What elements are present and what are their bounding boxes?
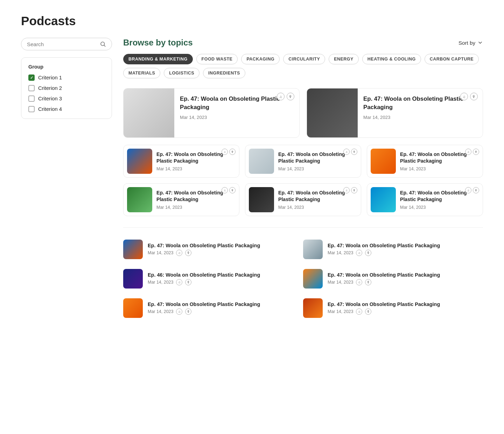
- topic-chip-food-waste[interactable]: FOOD WASTE: [196, 54, 238, 64]
- filter-criterion-3[interactable]: Criterion 3: [28, 95, 105, 102]
- spotify-icon: ♫: [343, 187, 350, 193]
- spotify-icon: ♫: [222, 149, 228, 155]
- search-icon: [100, 41, 106, 47]
- criterion-4-label: Criterion 4: [38, 106, 62, 112]
- filter-criterion-4[interactable]: Criterion 4: [28, 106, 105, 112]
- list-item-3[interactable]: Ep. 47: Woola on Obsoleting Plastic Pack…: [303, 264, 483, 293]
- list-grid: Ep. 47: Woola on Obsoleting Plastic Pack…: [123, 235, 483, 323]
- spotify-icon: ♫: [277, 93, 285, 100]
- list-item-meta-2: Mar 14, 2023 ♫ 🎙: [148, 279, 303, 285]
- checkbox-criterion-2[interactable]: [28, 85, 35, 91]
- large-cards-row: ♫ 🎙 Ep. 47: Woola on Obsoleting Plastic …: [123, 88, 483, 138]
- podcast-icon: 🎙: [351, 187, 357, 193]
- large-card-date-1: Mar 14, 2023: [363, 115, 477, 120]
- sidebar: Group Criterion 1 Criterion 2 Criterion …: [21, 38, 112, 323]
- topic-chip-branding[interactable]: BRANDING & MARKETING: [123, 54, 193, 64]
- list-item-2[interactable]: Ep. 46: Woola on Obsoleting Plastic Pack…: [123, 264, 303, 293]
- list-item-img-0: [123, 240, 143, 259]
- topic-chip-heating[interactable]: HEATING & COOLING: [362, 54, 421, 64]
- list-item-meta-1: Mar 14, 2023 ♫ 🎙: [328, 250, 483, 256]
- list-item-title-1: Ep. 47: Woola on Obsoleting Plastic Pack…: [328, 243, 483, 248]
- medium-card-img-r1-2: [371, 149, 396, 174]
- medium-card-body-r2-1: ♫ 🎙 Ep. 47: Woola on Obsoleting Plastic …: [278, 190, 357, 210]
- podcast-icon: 🎙: [185, 279, 191, 285]
- medium-card-r1-2[interactable]: ♫ 🎙 Ep. 47: Woola on Obsoleting Plastic …: [367, 145, 483, 178]
- list-item-info-2: Ep. 46: Woola on Obsoleting Plastic Pack…: [148, 272, 303, 285]
- medium-card-date-r1-2: Mar 14, 2023: [400, 166, 479, 171]
- medium-platform-icons-r2-0: ♫ 🎙: [222, 187, 236, 193]
- criterion-1-label: Criterion 1: [38, 75, 62, 80]
- medium-card-img-r2-2: [371, 187, 396, 212]
- filter-criterion-2[interactable]: Criterion 2: [28, 85, 105, 91]
- spotify-icon: ♫: [356, 279, 362, 285]
- platform-icons-0: ♫ 🎙: [277, 93, 294, 100]
- large-card-body-1: ♫ 🎙 Ep. 47: Woola on Obsoleting Plastic …: [358, 88, 483, 137]
- topic-chip-logistics[interactable]: LOGISTICS: [164, 68, 200, 78]
- medium-cards-row1: ♫ 🎙 Ep. 47: Woola on Obsoleting Plastic …: [123, 145, 483, 178]
- large-card-date-0: Mar 14, 2023: [180, 115, 294, 120]
- checkbox-criterion-4[interactable]: [28, 106, 35, 112]
- medium-card-r1-0[interactable]: ♫ 🎙 Ep. 47: Woola on Obsoleting Plastic …: [123, 145, 239, 178]
- podcast-icon: 🎙: [185, 250, 191, 256]
- browse-title: Browse by topics: [123, 38, 193, 48]
- sort-label: Sort by: [458, 40, 475, 46]
- list-item-img-4: [123, 298, 143, 318]
- checkbox-criterion-3[interactable]: [28, 95, 35, 102]
- list-item-meta-3: Mar 14, 2023 ♫ 🎙: [328, 279, 483, 285]
- spotify-icon: ♫: [356, 250, 362, 256]
- podcast-icon: 🎙: [470, 93, 478, 100]
- list-item-date-3: Mar 14, 2023: [328, 280, 353, 285]
- list-item-0[interactable]: Ep. 47: Woola on Obsoleting Plastic Pack…: [123, 235, 303, 264]
- medium-card-r2-0[interactable]: ♫ 🎙 Ep. 47: Woola on Obsoleting Plastic …: [123, 183, 239, 216]
- list-item-title-4: Ep. 47: Woola on Obsoleting Plastic Pack…: [148, 301, 303, 307]
- list-item-1[interactable]: Ep. 47: Woola on Obsoleting Plastic Pack…: [303, 235, 483, 264]
- medium-card-body-r1-2: ♫ 🎙 Ep. 47: Woola on Obsoleting Plastic …: [400, 151, 479, 171]
- sort-button[interactable]: Sort by: [458, 40, 483, 46]
- podcast-icon: 🎙: [229, 187, 236, 193]
- podcast-icon: 🎙: [185, 308, 191, 315]
- medium-platform-icons-r1-1: ♫ 🎙: [343, 149, 357, 155]
- spotify-icon: ♫: [356, 308, 362, 315]
- criterion-3-label: Criterion 3: [38, 96, 62, 101]
- large-card-0[interactable]: ♫ 🎙 Ep. 47: Woola on Obsoleting Plastic …: [123, 88, 300, 138]
- large-card-1[interactable]: ♫ 🎙 Ep. 47: Woola on Obsoleting Plastic …: [307, 88, 483, 138]
- medium-card-r1-1[interactable]: ♫ 🎙 Ep. 47: Woola on Obsoleting Plastic …: [245, 145, 361, 178]
- large-card-image-1: [307, 88, 358, 137]
- topic-chip-materials[interactable]: MATERIALS: [123, 68, 160, 78]
- list-item-img-1: [303, 240, 323, 259]
- medium-card-date-r1-1: Mar 14, 2023: [278, 166, 357, 171]
- list-item-date-1: Mar 14, 2023: [328, 250, 353, 255]
- medium-card-img-r1-0: [127, 149, 152, 174]
- medium-card-body-r1-0: ♫ 🎙 Ep. 47: Woola on Obsoleting Plastic …: [156, 151, 236, 171]
- topic-chip-packaging[interactable]: PACKAGING: [241, 54, 280, 64]
- checkbox-criterion-1[interactable]: [28, 74, 35, 81]
- chevron-down-icon: [477, 40, 483, 45]
- topic-chip-energy[interactable]: ENERGY: [329, 54, 359, 64]
- podcast-icon: 🎙: [365, 279, 371, 285]
- medium-card-img-r2-0: [127, 187, 152, 212]
- list-item-date-4: Mar 14, 2023: [148, 309, 173, 314]
- spotify-icon: ♫: [176, 250, 182, 256]
- medium-card-r2-1[interactable]: ♫ 🎙 Ep. 47: Woola on Obsoleting Plastic …: [245, 183, 361, 216]
- list-item-info-5: Ep. 47: Woola on Obsoleting Plastic Pack…: [328, 301, 483, 315]
- medium-card-date-r2-0: Mar 14, 2023: [156, 205, 236, 210]
- list-item-5[interactable]: Ep. 47: Woola on Obsoleting Plastic Pack…: [303, 293, 483, 323]
- filter-criterion-1[interactable]: Criterion 1: [28, 74, 105, 81]
- topic-chip-circularity[interactable]: CIRCULARITY: [283, 54, 325, 64]
- list-item-4[interactable]: Ep. 47: Woola on Obsoleting Plastic Pack…: [123, 293, 303, 323]
- topic-chip-carbon[interactable]: CARBON CAPTURE: [425, 54, 479, 64]
- list-item-img-2: [123, 269, 143, 289]
- medium-card-date-r2-1: Mar 14, 2023: [278, 205, 357, 210]
- search-input[interactable]: [27, 41, 100, 47]
- topic-chip-ingredients[interactable]: INGREDIENTS: [203, 68, 245, 78]
- list-item-info-4: Ep. 47: Woola on Obsoleting Plastic Pack…: [148, 301, 303, 315]
- podcast-icon: 🎙: [365, 250, 371, 256]
- main-content: Browse by topics Sort by BRANDING & MARK…: [123, 38, 483, 323]
- medium-card-r2-2[interactable]: ♫ 🎙 Ep. 47: Woola on Obsoleting Plastic …: [367, 183, 483, 216]
- spotify-icon: ♫: [465, 187, 471, 193]
- large-card-image-0: [124, 88, 174, 137]
- medium-cards-row2: ♫ 🎙 Ep. 47: Woola on Obsoleting Plastic …: [123, 183, 483, 216]
- list-item-img-5: [303, 298, 323, 318]
- list-item-date-2: Mar 14, 2023: [148, 280, 173, 285]
- medium-card-img-r1-1: [249, 149, 274, 174]
